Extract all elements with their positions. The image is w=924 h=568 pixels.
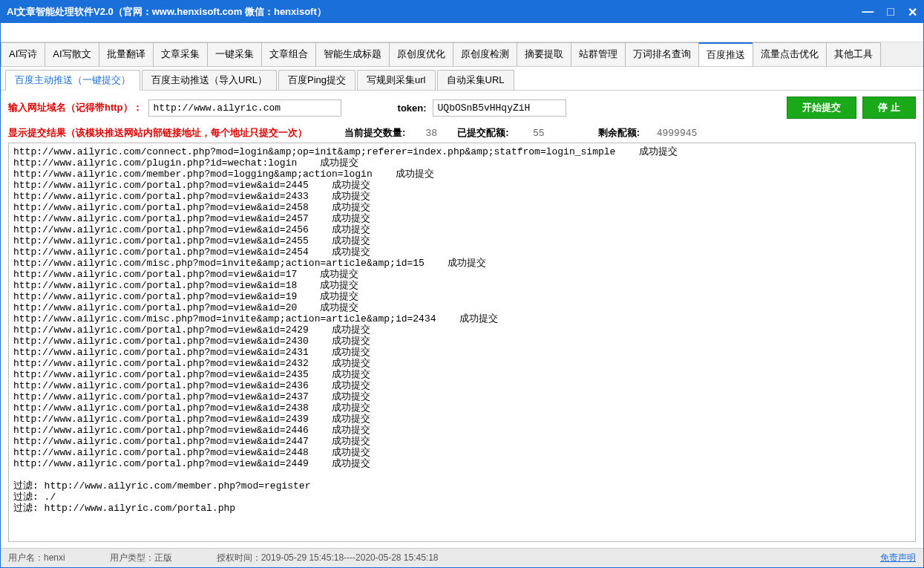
remain-quota-label: 剩余配额: [598, 126, 640, 140]
close-icon[interactable]: ✕ [908, 5, 917, 19]
token-label: token: [398, 102, 427, 114]
submitted-quota-label: 已提交配额: [457, 126, 508, 140]
minimize-icon[interactable]: — [862, 5, 874, 19]
main-tab-8[interactable]: 原创度检测 [453, 42, 517, 66]
main-tab-11[interactable]: 万词排名查询 [625, 42, 699, 66]
sub-tab-4[interactable]: 自动采集URL [437, 70, 514, 90]
main-tab-5[interactable]: 文章组合 [261, 42, 316, 66]
status-auth-time: 授权时间：2019-05-29 15:45:18----2020-05-28 1… [217, 552, 439, 564]
input-row: 输入网址域名（记得带http）： token: 开始提交 停 止 [8, 97, 916, 119]
statusbar: 用户名：henxi 用户类型：正版 授权时间：2019-05-29 15:45:… [1, 548, 923, 567]
sub-tab-0[interactable]: 百度主动推送（一键提交） [5, 70, 140, 91]
main-tab-14[interactable]: 其他工具 [826, 42, 881, 66]
main-tab-4[interactable]: 一键采集 [207, 42, 262, 66]
token-input[interactable] [433, 99, 566, 117]
content-panel: 输入网址域名（记得带http）： token: 开始提交 停 止 显示提交结果（… [1, 91, 923, 548]
status-usertype: 用户类型：正版 [110, 552, 172, 564]
titlebar[interactable]: AI文章智能处理软件V2.0（官网：www.henxisoft.com 微信：h… [1, 1, 923, 23]
remain-quota-value: 4999945 [647, 128, 707, 139]
main-tab-0[interactable]: AI写诗 [1, 42, 45, 66]
disclaimer-link[interactable]: 免责声明 [880, 552, 916, 564]
main-tab-6[interactable]: 智能生成标题 [315, 42, 390, 66]
sub-tabs: 百度主动推送（一键提交）百度主动推送（导入URL）百度Ping提交写规则采集ur… [1, 67, 923, 91]
main-tab-10[interactable]: 站群管理 [571, 42, 626, 66]
app-window: AI文章智能处理软件V2.0（官网：www.henxisoft.com 微信：h… [0, 0, 924, 568]
window-controls: — □ ✕ [862, 5, 917, 19]
main-tab-9[interactable]: 摘要提取 [517, 42, 571, 66]
main-tab-3[interactable]: 文章采集 [153, 42, 208, 66]
sub-tab-2[interactable]: 百度Ping提交 [278, 70, 355, 90]
main-tabs: AI写诗AI写散文批量翻译文章采集一键采集文章组合智能生成标题原创度优化原创度检… [1, 42, 923, 67]
current-count-value: 38 [413, 128, 450, 139]
main-tab-13[interactable]: 流量点击优化 [753, 42, 827, 66]
sub-tab-3[interactable]: 写规则采集url [357, 70, 435, 90]
result-label: 显示提交结果（该模块推送网站内部链接地址，每个地址只提交一次） [8, 126, 307, 140]
domain-input[interactable] [148, 99, 341, 117]
main-tab-2[interactable]: 批量翻译 [99, 42, 154, 66]
maximize-icon[interactable]: □ [887, 5, 894, 19]
stats-row: 显示提交结果（该模块推送网站内部链接地址，每个地址只提交一次） 当前提交数量: … [8, 126, 916, 140]
titlebar-text: AI文章智能处理软件V2.0（官网：www.henxisoft.com 微信：h… [7, 5, 862, 19]
submitted-quota-value: 55 [517, 128, 561, 139]
log-output[interactable]: http://www.ailyric.com/connect.php?mod=l… [8, 143, 916, 542]
main-tab-1[interactable]: AI写散文 [45, 42, 99, 66]
main-tab-12[interactable]: 百度推送 [698, 42, 753, 66]
start-submit-button[interactable]: 开始提交 [787, 97, 856, 119]
status-username: 用户名：henxi [8, 552, 65, 564]
stop-button[interactable]: 停 止 [862, 97, 916, 119]
current-count-label: 当前提交数量: [344, 126, 405, 140]
domain-label: 输入网址域名（记得带http）： [8, 101, 142, 114]
main-tab-7[interactable]: 原创度优化 [389, 42, 453, 66]
toolbar-spacer [1, 23, 923, 42]
sub-tab-1[interactable]: 百度主动推送（导入URL） [142, 70, 277, 90]
